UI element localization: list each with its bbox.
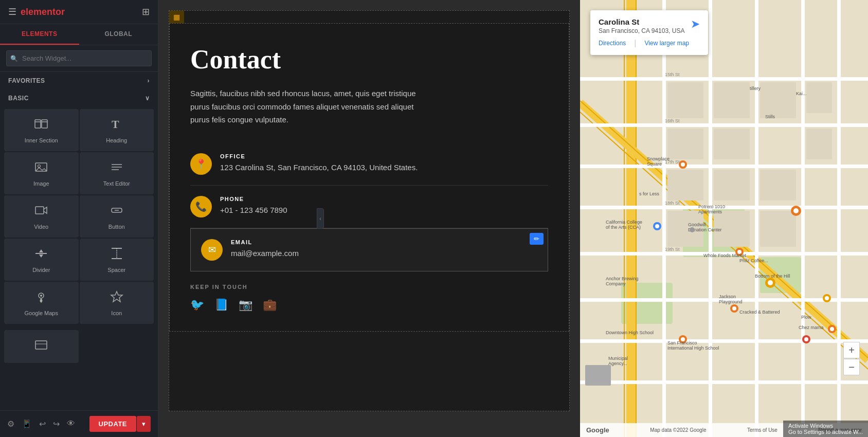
hamburger-icon[interactable]: ☰ <box>8 6 16 17</box>
svg-rect-40 <box>580 339 868 343</box>
facebook-icon[interactable]: 📘 <box>214 298 228 312</box>
phone-type: PHONE <box>220 196 287 202</box>
map-zoom-in-button[interactable]: + <box>843 342 860 358</box>
svg-text:Donation Center: Donation Center <box>688 227 722 232</box>
twitter-icon[interactable]: 🐦 <box>190 298 204 312</box>
map-location-address: San Francisco, CA 94103, USA <box>599 27 684 34</box>
contact-info-list: 📍 OFFICE 123 Carolina St, San Francisco,… <box>190 143 548 271</box>
settings-icon[interactable]: ⚙ <box>7 419 14 429</box>
map-view-larger-link[interactable]: View larger map <box>645 40 689 47</box>
widget-spacer[interactable]: Spacer <box>80 239 154 281</box>
page-container: ▦ Contact Sagittis, faucibus nibh sed rh… <box>169 10 570 411</box>
svg-text:International High School: International High School <box>667 345 719 351</box>
sidebar-header-left: ☰ elementor <box>8 6 65 17</box>
svg-text:18th St: 18th St <box>665 201 680 206</box>
widget-icon[interactable]: Icon <box>80 282 154 324</box>
image-label: Image <box>33 180 49 187</box>
widget-text-editor[interactable]: Text Editor <box>80 152 154 194</box>
svg-text:Stills: Stills <box>765 114 775 119</box>
widget-image[interactable]: Image <box>4 152 79 194</box>
map-data-label: Map data ©2022 Google <box>650 427 706 433</box>
basic-chevron-icon: ∨ <box>145 95 150 102</box>
sidebar-header: ☰ elementor ⊞ <box>0 0 158 24</box>
svg-marker-15 <box>39 254 43 258</box>
contact-item-office: 📍 OFFICE 123 Carolina St, San Francisco,… <box>190 143 548 186</box>
svg-rect-5 <box>35 163 47 171</box>
contact-item-phone: 📞 PHONE +01 - 123 456 7890 <box>190 186 548 228</box>
heading-icon: T <box>110 117 124 134</box>
svg-point-65 <box>793 208 799 213</box>
email-value: mail@example.com <box>231 247 299 260</box>
svg-rect-54 <box>760 170 796 201</box>
map-panel: 15th St 16th St 17th St 18th St 19th St … <box>580 0 868 437</box>
email-info: EMAIL mail@example.com <box>231 239 299 260</box>
eye-icon[interactable]: 👁 <box>67 419 75 429</box>
update-button[interactable]: UPDATE <box>89 416 136 432</box>
svg-rect-53 <box>714 170 750 201</box>
google-maps-icon <box>34 289 48 307</box>
keep-in-touch-label: KEEP IN TOUCH <box>190 284 548 290</box>
linkedin-icon[interactable]: 💼 <box>263 298 277 312</box>
svg-marker-21 <box>111 292 122 302</box>
undo-icon[interactable]: ↩ <box>39 419 46 429</box>
svg-rect-10 <box>35 207 44 214</box>
widget-google-maps[interactable]: Google Maps <box>4 282 79 324</box>
svg-text:T: T <box>112 118 119 131</box>
extra-widget-icon-1 <box>34 338 48 355</box>
video-icon <box>34 203 48 221</box>
sidebar: ☰ elementor ⊞ ELEMENTS GLOBAL FAVORITES … <box>0 0 158 437</box>
grid-icon[interactable]: ⊞ <box>142 6 150 17</box>
divider-icon <box>34 246 48 264</box>
svg-rect-36 <box>580 165 868 168</box>
map-terms-label[interactable]: Terms of Use <box>747 427 777 433</box>
basic-section-header[interactable]: BASIC ∨ <box>0 89 158 107</box>
map-directions-button[interactable]: Directions <box>599 40 626 47</box>
tab-global[interactable]: GLOBAL <box>79 24 158 45</box>
favorites-section-header[interactable]: FAVORITES › <box>0 72 158 89</box>
svg-text:tillery: tillery <box>750 86 761 91</box>
svg-rect-47 <box>667 82 703 118</box>
svg-text:Playground: Playground <box>719 299 743 304</box>
svg-rect-52 <box>667 170 703 201</box>
keep-in-touch: KEEP IN TOUCH 🐦 📘 📷 💼 <box>190 271 548 316</box>
update-plus-button[interactable]: ▾ <box>137 416 151 432</box>
svg-rect-35 <box>580 123 868 127</box>
widget-video[interactable]: Video <box>4 195 79 238</box>
tab-elements[interactable]: ELEMENTS <box>0 24 79 45</box>
svg-text:Jackson: Jackson <box>719 294 736 299</box>
svg-text:15th St: 15th St <box>665 72 680 77</box>
heading-label: Heading <box>106 137 127 143</box>
widget-inner-section[interactable]: Inner Section <box>4 109 79 151</box>
bottom-icons: ⚙ 📱 ↩ ↪ 👁 <box>7 419 75 429</box>
svg-rect-1 <box>42 120 47 128</box>
svg-rect-51 <box>714 129 750 159</box>
favorites-chevron-icon: › <box>148 77 150 84</box>
widget-extra-1[interactable] <box>4 330 79 363</box>
map-info-box: Carolina St San Francisco, CA 94103, USA… <box>590 10 708 55</box>
contact-description: Sagittis, faucibus nibh sed rhoncus lacu… <box>190 87 422 126</box>
contact-item-email[interactable]: ✉ EMAIL mail@example.com ✏ <box>190 228 548 271</box>
sidebar-toggle[interactable]: ‹ <box>317 208 324 229</box>
map-zoom-out-button[interactable]: − <box>843 359 860 375</box>
social-icons: 🐦 📘 📷 💼 <box>190 298 548 312</box>
svg-text:Whole Foods Market: Whole Foods Market <box>703 253 747 258</box>
svg-rect-46 <box>837 0 841 437</box>
redo-icon[interactable]: ↪ <box>53 419 60 429</box>
email-edit-button[interactable]: ✏ <box>530 233 544 245</box>
widget-divider[interactable]: Divider <box>4 239 79 281</box>
svg-rect-80 <box>585 365 611 386</box>
svg-rect-49 <box>760 82 796 118</box>
icon-widget-icon <box>110 289 124 307</box>
mobile-icon[interactable]: 📱 <box>22 419 32 429</box>
widget-heading[interactable]: T Heading <box>80 109 154 151</box>
divider-label: Divider <box>32 267 50 273</box>
office-info: OFFICE 123 Carolina St, San Francisco, C… <box>220 153 418 174</box>
search-input[interactable] <box>6 50 152 66</box>
taskbar-hint: Activate Windows Go to Settings to activ… <box>783 421 868 437</box>
widgets-grid-extra <box>0 328 158 365</box>
svg-text:Philz Coffee...: Philz Coffee... <box>739 258 768 263</box>
office-icon-circle: 📍 <box>190 153 212 175</box>
svg-marker-14 <box>39 249 43 252</box>
instagram-icon[interactable]: 📷 <box>239 298 252 312</box>
widget-button[interactable]: Button <box>80 195 154 238</box>
